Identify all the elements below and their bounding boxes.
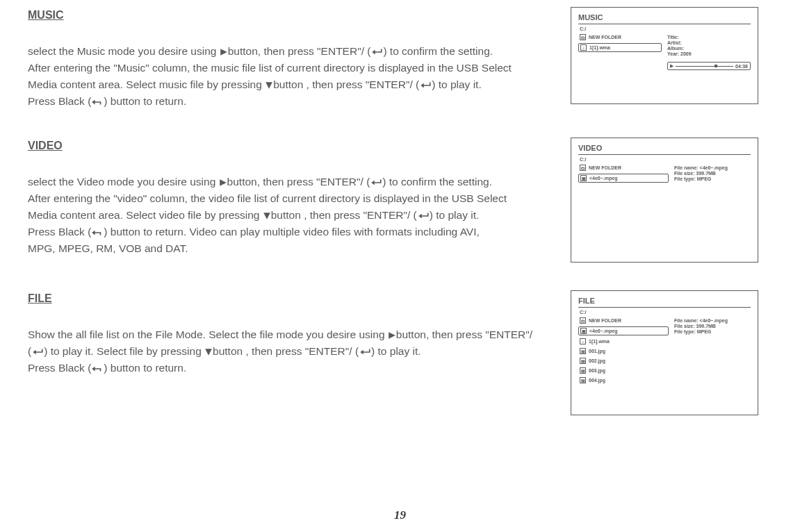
file-list-music: 🗀NEW FOLDER ♪1[1].wma: [578, 33, 662, 70]
enter-icon: [419, 81, 432, 90]
file-list-video: 🗀NEW FOLDER ▣<4e0~.mpeg: [578, 164, 669, 183]
triangle-right-icon: [220, 48, 228, 56]
info-block: File name: <4e0~.mpeg File size: 399.7MB…: [674, 164, 728, 183]
section-video: VIDEO select the Video mode you desire u…: [28, 138, 772, 263]
page-number: 19: [0, 508, 800, 522]
folder-icon: 🗀: [580, 34, 586, 40]
list-item: ♪1[1].wma: [578, 338, 669, 345]
list-item: ▣<4e0~.mpeg: [578, 326, 669, 335]
para-file: Show the all file list on the File Mode.…: [28, 326, 570, 376]
back-icon: [91, 228, 104, 237]
folder-icon: 🗀: [580, 317, 586, 324]
panel-music: MUSIC C:/ 🗀NEW FOLDER ♪1[1].wma Title: A…: [571, 7, 758, 104]
heading-file: FILE: [28, 290, 570, 307]
music-icon: ♪: [580, 338, 586, 344]
enter-icon: [359, 348, 371, 356]
enter-icon: [31, 348, 44, 356]
panel-path: C:/: [578, 157, 751, 162]
heading-music: MUSIC: [28, 7, 570, 24]
triangle-right-icon: [219, 178, 227, 187]
enter-icon: [370, 178, 382, 187]
video-icon: ▣: [580, 328, 587, 334]
progress-bar: ▶ 04:38: [667, 62, 751, 70]
video-icon: ▣: [580, 175, 587, 181]
back-icon: [91, 98, 104, 106]
list-item: 🗀NEW FOLDER: [578, 33, 662, 41]
enter-icon: [417, 212, 430, 220]
music-icon: ♪: [580, 44, 587, 51]
para-video: select the Video mode you desire using b…: [28, 174, 570, 257]
list-item: 🗀NEW FOLDER: [578, 317, 669, 324]
triangle-down-icon: [265, 81, 273, 90]
para-music: select the Music mode you desire using b…: [28, 43, 570, 110]
triangle-down-icon: [204, 348, 213, 356]
info-block: Title: Artist: Album: Year: 2009 ▶ 04:38: [667, 33, 751, 70]
panel-title: FILE: [578, 297, 751, 308]
section-file: FILE Show the all file list on the File …: [28, 290, 772, 415]
list-item: ▤003.jpg: [578, 367, 669, 374]
panel-video: VIDEO C:/ 🗀NEW FOLDER ▣<4e0~.mpeg File n…: [571, 138, 758, 263]
list-item: ▤002.jpg: [578, 357, 669, 365]
folder-icon: 🗀: [580, 165, 586, 171]
list-item: ♪1[1].wma: [578, 43, 662, 52]
list-item: 🗀NEW FOLDER: [578, 164, 669, 172]
panel-title: MUSIC: [578, 13, 751, 24]
image-icon: ▤: [580, 358, 586, 364]
triangle-down-icon: [263, 212, 271, 220]
text-music: MUSIC select the Music mode you desire u…: [28, 7, 570, 110]
text-video: VIDEO select the Video mode you desire u…: [28, 138, 570, 263]
triangle-right-icon: [388, 331, 396, 340]
panel-file: FILE C:/ 🗀NEW FOLDER ▣<4e0~.mpeg ♪1[1].w…: [571, 290, 758, 415]
enter-icon: [370, 48, 383, 56]
list-item: ▤001.jpg: [578, 347, 669, 355]
file-list-file: 🗀NEW FOLDER ▣<4e0~.mpeg ♪1[1].wma ▤001.j…: [578, 317, 669, 384]
list-item: ▤004.jpg: [578, 376, 669, 384]
back-icon: [91, 365, 104, 373]
panel-path: C:/: [578, 310, 751, 315]
text-file: FILE Show the all file list on the File …: [28, 290, 570, 415]
list-item: ▣<4e0~.mpeg: [578, 174, 669, 183]
info-block: File name: <4e0~.mpeg File size: 399.7MB…: [674, 317, 728, 384]
image-icon: ▤: [580, 367, 586, 374]
heading-video: VIDEO: [28, 138, 570, 154]
panel-path: C:/: [578, 26, 751, 31]
image-icon: ▤: [580, 377, 586, 383]
panel-title: VIDEO: [578, 144, 751, 155]
section-music: MUSIC select the Music mode you desire u…: [28, 7, 772, 110]
image-icon: ▤: [580, 348, 586, 354]
play-icon: ▶: [670, 63, 674, 69]
